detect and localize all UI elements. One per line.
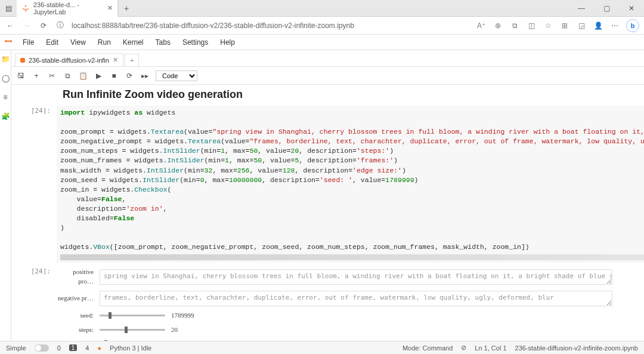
main-area: 236-stable-diffusion-v2-infin ✕ + 🖫 + ✂ …	[11, 50, 644, 341]
bing-chat-icon[interactable]: b	[626, 19, 639, 32]
svg-point-0	[25, 5, 26, 6]
svg-point-1	[25, 10, 26, 11]
widget-value: 1789999	[171, 311, 207, 320]
status-notif-icon[interactable]: ⊘	[461, 344, 466, 352]
widget-label: steps:	[57, 325, 94, 334]
save-icon[interactable]: 🖫	[16, 72, 26, 80]
status-bar: Simple 0 1 4 ● Python 3 | Idle Mode: Com…	[0, 341, 644, 354]
menu-view[interactable]: View	[64, 38, 92, 47]
filebrowser-icon[interactable]: 📁	[0, 54, 11, 64]
output-cell: [24]: positive pro… spring view in Shang…	[16, 266, 644, 341]
split-icon[interactable]: ◫	[526, 21, 537, 30]
read-aloud-icon[interactable]: A⁺	[476, 21, 487, 30]
status-tabs-count: 0	[57, 344, 61, 352]
window-max-button[interactable]: ▢	[594, 4, 619, 13]
zoom-icon[interactable]: ⊕	[493, 21, 503, 30]
code-cell[interactable]: [24]: import ipywidgets as widgets zoom_…	[16, 106, 644, 263]
menu-settings[interactable]: Settings	[177, 38, 214, 47]
menu-edit[interactable]: Edit	[40, 38, 64, 47]
extensions-icon[interactable]: ⧉	[509, 21, 520, 30]
simple-mode-label: Simple	[6, 344, 26, 352]
widget-frames: frames: 5	[57, 339, 644, 341]
output-prompt: [24]:	[16, 266, 57, 341]
site-info-icon[interactable]: ⓘ	[55, 20, 66, 30]
browser-tab[interactable]: 236-stable-d... - JupyterLab ✕	[17, 0, 118, 17]
run-icon[interactable]: ▶	[94, 72, 103, 80]
left-sidebar: 📁 ◯ ≡ 🧩	[0, 50, 11, 341]
back-icon[interactable]: ←	[5, 21, 16, 30]
widget-slider[interactable]	[100, 329, 165, 331]
window-close-button[interactable]: ✕	[619, 4, 644, 13]
restart-icon[interactable]: ⟳	[125, 72, 134, 80]
status-mode: Mode: Command	[402, 344, 453, 352]
reload-icon[interactable]: ⟳	[38, 21, 49, 30]
menu-run[interactable]: Run	[92, 38, 117, 47]
copy-icon[interactable]: ⧉	[63, 72, 72, 80]
widget-slider[interactable]	[100, 315, 165, 316]
tab-close-icon[interactable]: ✕	[107, 4, 113, 12]
notebook-tab-close-icon[interactable]: ✕	[113, 56, 118, 64]
browser-titlebar: ▤ 236-stable-d... - JupyterLab ✕ + — ▢ ✕	[0, 0, 644, 17]
simple-mode-toggle[interactable]	[35, 344, 49, 352]
status-terminals-count: 4	[85, 344, 89, 352]
workspace: 📁 ◯ ≡ 🧩 236-stable-diffusion-v2-infin ✕ …	[0, 50, 644, 341]
new-tab-button[interactable]: +	[118, 4, 135, 13]
notebook-toolbar: 🖫 + ✂ ⧉ 📋 ▶ ■ ⟳ ▸▸ Code ⚙ Python 3	[11, 67, 644, 85]
widget-value: 20	[171, 325, 207, 334]
stop-icon[interactable]: ■	[109, 72, 119, 80]
menu-kernel[interactable]: Kernel	[117, 38, 150, 47]
app-menu-icon[interactable]: ▤	[0, 4, 17, 13]
menu-tabs[interactable]: Tabs	[150, 38, 177, 47]
browser-tab-title: 236-stable-d... - JupyterLab	[33, 1, 104, 16]
toc-icon[interactable]: ≡	[0, 92, 11, 103]
widget-steps: steps: 20	[57, 325, 644, 334]
collections-icon[interactable]: ⊞	[559, 21, 570, 30]
add-cell-icon[interactable]: +	[32, 72, 41, 80]
widget-label: frames:	[57, 339, 94, 341]
widget-label: negative pr…	[57, 294, 94, 303]
more-icon[interactable]: ⋯	[609, 21, 620, 30]
notebook-body[interactable]: Run Infinite Zoom video generation [24]:…	[11, 85, 644, 341]
widget-positive-prompt: positive pro… spring view in Shanghai, c…	[57, 267, 644, 286]
forward-icon[interactable]: →	[21, 21, 32, 30]
horizontal-scrollbar[interactable]	[60, 254, 644, 260]
extensions-sidebar-icon[interactable]: 🧩	[0, 111, 11, 122]
widgets-vbox: positive pro… spring view in Shanghai, c…	[57, 266, 644, 341]
status-kernels-badge: 1	[69, 344, 78, 351]
cell-prompt: [24]:	[16, 106, 57, 263]
history-icon[interactable]: ◲	[576, 21, 587, 30]
cut-icon[interactable]: ✂	[47, 72, 57, 80]
status-lncol: Ln 1, Col 1	[475, 344, 506, 352]
code-content[interactable]: import ipywidgets as widgets zoom_prompt…	[57, 106, 644, 263]
jupyter-logo-icon	[4, 36, 13, 48]
running-icon[interactable]: ◯	[0, 73, 11, 84]
restart-run-all-icon[interactable]: ▸▸	[140, 72, 150, 80]
markdown-heading: Run Infinite Zoom video generation	[63, 88, 644, 101]
notebook-tab[interactable]: 236-stable-diffusion-v2-infin ✕	[15, 53, 123, 66]
url-text[interactable]: localhost:8888/lab/tree/236-stable-diffu…	[72, 21, 470, 30]
menu-file[interactable]: File	[17, 38, 40, 47]
status-kernel: Python 3 | Idle	[110, 344, 151, 352]
jupyter-menubar: File Edit View Run Kernel Tabs Settings …	[0, 35, 644, 50]
widget-textarea[interactable]: frames, borderline, text, charachter, du…	[100, 291, 612, 306]
widget-label: positive pro…	[57, 267, 94, 286]
widget-seed: seed: 1789999	[57, 311, 644, 320]
widget-textarea[interactable]: spring view in Shanghai, cherry blossom …	[100, 269, 612, 285]
window-min-button[interactable]: —	[569, 4, 594, 13]
profile-icon[interactable]: 👤	[593, 21, 603, 30]
menu-help[interactable]: Help	[214, 38, 241, 47]
widget-negative-prompt: negative pr… frames, borderline, text, c…	[57, 291, 644, 306]
notebook-tab-add[interactable]: +	[125, 54, 139, 66]
paste-icon[interactable]: 📋	[78, 72, 88, 80]
widget-value: 5	[171, 339, 207, 341]
notebook-tabs: 236-stable-diffusion-v2-infin ✕ +	[11, 50, 644, 67]
address-bar: ← → ⟳ ⓘ localhost:8888/lab/tree/236-stab…	[0, 17, 644, 35]
jupyter-icon	[21, 4, 30, 13]
widget-label: seed:	[57, 311, 94, 320]
celltype-select[interactable]: Code	[156, 70, 197, 81]
notebook-icon	[20, 58, 25, 63]
notebook-tab-title: 236-stable-diffusion-v2-infin	[29, 57, 109, 64]
status-filename: 236-stable-diffusion-v2-infinite-zoom.ip…	[515, 344, 638, 352]
favorites-icon[interactable]: ☆	[543, 21, 553, 30]
